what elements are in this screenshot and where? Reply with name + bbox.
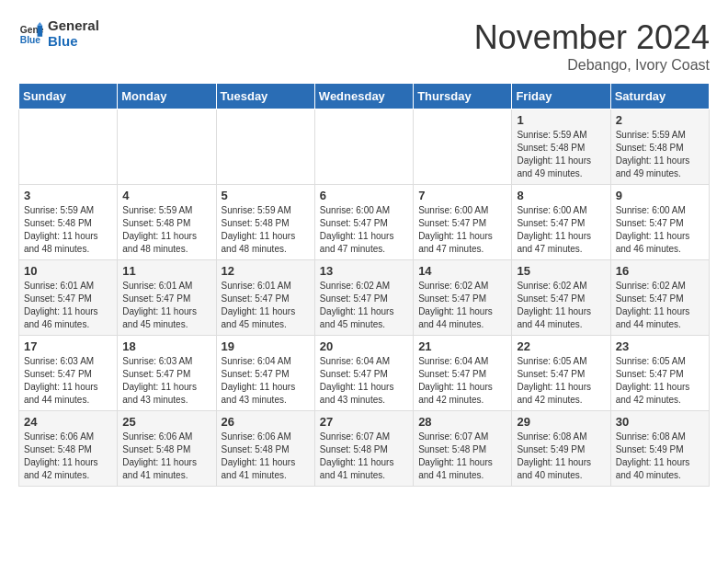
- day-info: Sunrise: 6:00 AM Sunset: 5:47 PM Dayligh…: [418, 204, 506, 256]
- calendar-cell: 7Sunrise: 6:00 AM Sunset: 5:47 PM Daylig…: [414, 185, 512, 260]
- logo: General Blue General Blue: [18, 18, 99, 49]
- calendar-cell: 2Sunrise: 5:59 AM Sunset: 5:48 PM Daylig…: [610, 109, 709, 185]
- calendar-cell: [414, 109, 512, 185]
- day-number: 20: [320, 339, 408, 353]
- calendar-cell: 19Sunrise: 6:04 AM Sunset: 5:47 PM Dayli…: [216, 336, 314, 411]
- day-number: 30: [616, 415, 704, 429]
- day-number: 2: [616, 113, 704, 127]
- logo-text-general: General: [48, 18, 99, 34]
- calendar-cell: 17Sunrise: 6:03 AM Sunset: 5:47 PM Dayli…: [19, 336, 118, 411]
- day-number: 19: [222, 339, 310, 353]
- calendar-cell: 18Sunrise: 6:03 AM Sunset: 5:47 PM Dayli…: [118, 336, 216, 411]
- calendar-cell: [314, 109, 413, 185]
- day-info: Sunrise: 5:59 AM Sunset: 5:48 PM Dayligh…: [517, 129, 605, 180]
- day-number: 23: [616, 339, 704, 353]
- calendar-cell: 21Sunrise: 6:04 AM Sunset: 5:47 PM Dayli…: [414, 336, 512, 411]
- svg-marker-3: [38, 21, 43, 25]
- day-number: 27: [320, 415, 408, 429]
- day-number: 3: [24, 189, 112, 202]
- svg-text:Blue: Blue: [20, 35, 41, 45]
- day-info: Sunrise: 6:07 AM Sunset: 5:48 PM Dayligh…: [418, 431, 506, 482]
- day-info: Sunrise: 6:01 AM Sunset: 5:47 PM Dayligh…: [122, 280, 210, 331]
- day-info: Sunrise: 6:03 AM Sunset: 5:47 PM Dayligh…: [122, 355, 210, 407]
- calendar-cell: 9Sunrise: 6:00 AM Sunset: 5:47 PM Daylig…: [610, 185, 709, 260]
- day-info: Sunrise: 6:05 AM Sunset: 5:47 PM Dayligh…: [517, 355, 605, 407]
- day-info: Sunrise: 6:08 AM Sunset: 5:49 PM Dayligh…: [517, 431, 605, 482]
- calendar-cell: 12Sunrise: 6:01 AM Sunset: 5:47 PM Dayli…: [216, 260, 314, 336]
- day-number: 22: [517, 339, 605, 353]
- calendar-cell: 20Sunrise: 6:04 AM Sunset: 5:47 PM Dayli…: [314, 336, 413, 411]
- day-info: Sunrise: 6:03 AM Sunset: 5:47 PM Dayligh…: [24, 355, 112, 407]
- day-info: Sunrise: 6:05 AM Sunset: 5:47 PM Dayligh…: [616, 355, 704, 407]
- day-number: 7: [418, 189, 506, 202]
- day-number: 18: [122, 339, 210, 353]
- day-number: 24: [24, 415, 112, 429]
- weekday-header: Sunday: [19, 84, 118, 109]
- day-info: Sunrise: 5:59 AM Sunset: 5:48 PM Dayligh…: [616, 129, 704, 180]
- calendar-cell: 14Sunrise: 6:02 AM Sunset: 5:47 PM Dayli…: [414, 260, 512, 336]
- calendar-cell: 28Sunrise: 6:07 AM Sunset: 5:48 PM Dayli…: [414, 411, 512, 487]
- calendar-week-row: 10Sunrise: 6:01 AM Sunset: 5:47 PM Dayli…: [19, 260, 710, 336]
- weekday-header: Friday: [512, 84, 610, 109]
- month-title: November 2024: [474, 18, 710, 57]
- calendar-week-row: 17Sunrise: 6:03 AM Sunset: 5:47 PM Dayli…: [19, 336, 710, 411]
- weekday-header: Saturday: [610, 84, 709, 109]
- day-info: Sunrise: 6:00 AM Sunset: 5:47 PM Dayligh…: [517, 204, 605, 256]
- calendar-table: SundayMondayTuesdayWednesdayThursdayFrid…: [18, 83, 710, 487]
- day-number: 29: [517, 415, 605, 429]
- calendar-cell: 25Sunrise: 6:06 AM Sunset: 5:48 PM Dayli…: [118, 411, 216, 487]
- day-info: Sunrise: 6:04 AM Sunset: 5:47 PM Dayligh…: [320, 355, 408, 407]
- weekday-header: Monday: [118, 84, 216, 109]
- day-info: Sunrise: 6:02 AM Sunset: 5:47 PM Dayligh…: [616, 280, 704, 331]
- day-info: Sunrise: 6:02 AM Sunset: 5:47 PM Dayligh…: [320, 280, 408, 331]
- day-number: 15: [517, 264, 605, 278]
- day-info: Sunrise: 6:00 AM Sunset: 5:47 PM Dayligh…: [320, 204, 408, 256]
- calendar-cell: 24Sunrise: 6:06 AM Sunset: 5:48 PM Dayli…: [19, 411, 118, 487]
- logo-icon: General Blue: [18, 21, 44, 47]
- day-info: Sunrise: 6:01 AM Sunset: 5:47 PM Dayligh…: [24, 280, 112, 331]
- calendar-cell: 6Sunrise: 6:00 AM Sunset: 5:47 PM Daylig…: [314, 185, 413, 260]
- day-info: Sunrise: 5:59 AM Sunset: 5:48 PM Dayligh…: [122, 204, 210, 256]
- calendar-cell: 22Sunrise: 6:05 AM Sunset: 5:47 PM Dayli…: [512, 336, 610, 411]
- calendar-body: 1Sunrise: 5:59 AM Sunset: 5:48 PM Daylig…: [19, 109, 710, 487]
- title-block: November 2024 Debango, Ivory Coast: [474, 18, 710, 74]
- calendar-cell: 11Sunrise: 6:01 AM Sunset: 5:47 PM Dayli…: [118, 260, 216, 336]
- day-number: 4: [122, 189, 210, 202]
- page-header: General Blue General Blue November 2024 …: [18, 18, 710, 74]
- day-number: 12: [222, 264, 310, 278]
- day-info: Sunrise: 6:02 AM Sunset: 5:47 PM Dayligh…: [418, 280, 506, 331]
- day-number: 17: [24, 339, 112, 353]
- weekday-header: Wednesday: [314, 84, 413, 109]
- weekday-header: Thursday: [414, 84, 512, 109]
- day-info: Sunrise: 6:07 AM Sunset: 5:48 PM Dayligh…: [320, 431, 408, 482]
- day-info: Sunrise: 6:04 AM Sunset: 5:47 PM Dayligh…: [418, 355, 506, 407]
- day-number: 1: [517, 113, 605, 127]
- calendar-header: SundayMondayTuesdayWednesdayThursdayFrid…: [19, 84, 710, 109]
- day-info: Sunrise: 6:04 AM Sunset: 5:47 PM Dayligh…: [222, 355, 310, 407]
- calendar-cell: 23Sunrise: 6:05 AM Sunset: 5:47 PM Dayli…: [610, 336, 709, 411]
- day-number: 26: [222, 415, 310, 429]
- calendar-cell: 13Sunrise: 6:02 AM Sunset: 5:47 PM Dayli…: [314, 260, 413, 336]
- day-number: 9: [616, 189, 704, 202]
- header-row: SundayMondayTuesdayWednesdayThursdayFrid…: [19, 84, 710, 109]
- day-info: Sunrise: 6:08 AM Sunset: 5:49 PM Dayligh…: [616, 431, 704, 482]
- calendar-cell: 27Sunrise: 6:07 AM Sunset: 5:48 PM Dayli…: [314, 411, 413, 487]
- calendar-cell: 16Sunrise: 6:02 AM Sunset: 5:47 PM Dayli…: [610, 260, 709, 336]
- day-info: Sunrise: 6:06 AM Sunset: 5:48 PM Dayligh…: [122, 431, 210, 482]
- day-number: 13: [320, 264, 408, 278]
- svg-marker-2: [38, 25, 43, 36]
- calendar-cell: 29Sunrise: 6:08 AM Sunset: 5:49 PM Dayli…: [512, 411, 610, 487]
- day-number: 6: [320, 189, 408, 202]
- day-info: Sunrise: 6:02 AM Sunset: 5:47 PM Dayligh…: [517, 280, 605, 331]
- day-info: Sunrise: 6:01 AM Sunset: 5:47 PM Dayligh…: [222, 280, 310, 331]
- day-info: Sunrise: 6:00 AM Sunset: 5:47 PM Dayligh…: [616, 204, 704, 256]
- day-number: 21: [418, 339, 506, 353]
- weekday-header: Tuesday: [216, 84, 314, 109]
- day-info: Sunrise: 5:59 AM Sunset: 5:48 PM Dayligh…: [24, 204, 112, 256]
- calendar-cell: 15Sunrise: 6:02 AM Sunset: 5:47 PM Dayli…: [512, 260, 610, 336]
- calendar-cell: 10Sunrise: 6:01 AM Sunset: 5:47 PM Dayli…: [19, 260, 118, 336]
- calendar-cell: [19, 109, 118, 185]
- day-info: Sunrise: 6:06 AM Sunset: 5:48 PM Dayligh…: [24, 431, 112, 482]
- calendar-cell: [118, 109, 216, 185]
- day-number: 25: [122, 415, 210, 429]
